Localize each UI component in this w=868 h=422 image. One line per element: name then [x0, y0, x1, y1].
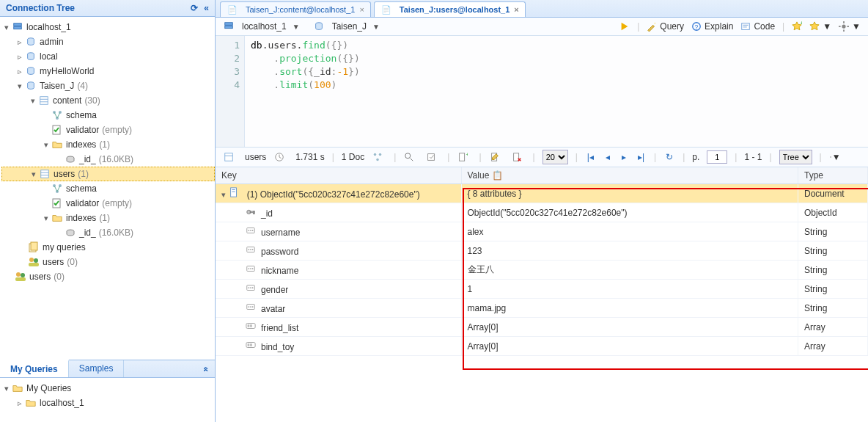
- doc-row[interactable]: ▾ (1) ObjectId("5cc020c327c41e272c82e60e…: [216, 184, 868, 203]
- delete-doc-icon[interactable]: [511, 151, 523, 163]
- col-type[interactable]: Type: [798, 167, 868, 184]
- expand-toggle-icon[interactable]: ▾: [15, 81, 25, 91]
- expand-toggle-icon[interactable]: ▾: [28, 96, 38, 106]
- tree-validator[interactable]: validator (empty): [1, 123, 215, 137]
- next-page-icon[interactable]: ▸: [619, 152, 628, 162]
- col-value[interactable]: Value 📋: [461, 167, 798, 184]
- expand-toggle-icon[interactable]: ▹: [15, 399, 25, 408]
- prev-page-icon[interactable]: ◂: [603, 152, 612, 162]
- chevron-down-icon[interactable]: ▼: [852, 21, 861, 32]
- chevron-down-icon[interactable]: ▼: [372, 23, 380, 31]
- refresh-icon[interactable]: ⟳: [191, 3, 198, 13]
- tree-validator-2[interactable]: validator (empty): [1, 196, 215, 211]
- expand-toggle-icon[interactable]: ▾: [29, 170, 39, 179]
- expand-toggle-icon[interactable]: ▹: [15, 67, 25, 76]
- svg-point-58: [830, 156, 831, 158]
- page-label: p.: [692, 152, 699, 162]
- tree-indexes[interactable]: ▾ indexes (1): [1, 137, 215, 152]
- search-icon[interactable]: [403, 151, 415, 163]
- collapse-left-icon[interactable]: «: [204, 3, 209, 13]
- index-icon: [65, 153, 76, 165]
- run-button[interactable]: [619, 21, 630, 32]
- col-key[interactable]: Key: [216, 167, 461, 184]
- editor-code[interactable]: db.users.find({}) .projection({}) .sort(…: [245, 36, 868, 147]
- refresh-icon[interactable]: ↻: [663, 152, 675, 162]
- svg-text:+: +: [466, 152, 468, 158]
- copy-icon[interactable]: 📋: [492, 170, 503, 181]
- svg-rect-26: [29, 263, 39, 266]
- fav-add-icon[interactable]: +: [792, 21, 802, 32]
- path-host[interactable]: localhost_1: [242, 21, 287, 32]
- field-row[interactable]: avatar mama.jpgString: [216, 299, 868, 318]
- chevron-down-icon[interactable]: ▼: [293, 23, 300, 31]
- tree-schema-label: schema: [66, 110, 97, 120]
- gear-icon[interactable]: ▼: [839, 21, 861, 32]
- tab-users[interactable]: 📄 Taisen_J:users@localhost_1 ×: [374, 1, 526, 17]
- gear-icon[interactable]: ▼: [829, 151, 841, 163]
- page-input[interactable]: [707, 150, 727, 164]
- explain-button[interactable]: ?Explain: [691, 21, 733, 32]
- field-row[interactable]: password 123String: [216, 241, 868, 261]
- expand-toggle-icon[interactable]: ▾: [41, 214, 51, 223]
- svg-rect-31: [225, 26, 233, 29]
- expand-toggle-icon[interactable]: ▾: [1, 384, 12, 393]
- field-row[interactable]: bind_toy Array[0]Array: [216, 337, 868, 356]
- tree-indexes-2[interactable]: ▾ indexes (1): [1, 211, 215, 225]
- add-doc-icon[interactable]: +: [457, 151, 468, 163]
- tree-db-myhello[interactable]: ▹ myHelloWorld: [1, 64, 215, 79]
- field-row[interactable]: nickname 金王八String: [216, 261, 868, 280]
- svg-rect-30: [225, 23, 233, 26]
- field-row[interactable]: _id ObjectId("5cc020c327c41e272c82e60e")…: [216, 203, 868, 222]
- path-db[interactable]: Taisen_J: [332, 21, 367, 32]
- view-select[interactable]: Tree: [779, 150, 812, 164]
- tree-validator-label: validator: [66, 198, 99, 208]
- validator-icon: [51, 197, 63, 209]
- tree-coll-users[interactable]: ▾ users (1): [1, 167, 215, 181]
- close-icon[interactable]: ×: [359, 5, 364, 14]
- pagesize-select[interactable]: 20: [542, 150, 568, 164]
- expand-toggle-icon[interactable]: ▾: [41, 140, 51, 150]
- tree-myqueries[interactable]: my queries: [1, 240, 215, 255]
- field-row[interactable]: gender 1String: [216, 280, 868, 299]
- expand-toggle-icon[interactable]: ▹: [15, 37, 25, 47]
- tree-users-group[interactable]: users (0): [1, 255, 215, 269]
- mq-child[interactable]: ▹ localhost_1: [1, 396, 215, 410]
- tree-schema[interactable]: schema: [1, 108, 215, 123]
- collapse-down-icon[interactable]: «: [202, 366, 212, 371]
- export-icon[interactable]: [425, 151, 437, 163]
- tree-schema-2[interactable]: schema: [1, 181, 215, 196]
- tab-my-queries[interactable]: My Queries: [0, 360, 69, 377]
- tree-coll-content[interactable]: ▾ content (30): [1, 93, 215, 108]
- expand-toggle-icon[interactable]: ▾: [1, 23, 12, 32]
- close-icon[interactable]: ×: [514, 5, 518, 14]
- field-row[interactable]: username alexString: [216, 222, 868, 241]
- tree-count: (1): [99, 139, 110, 150]
- field-row[interactable]: friend_list Array[0]Array: [216, 318, 868, 337]
- fav-icon[interactable]: ▼: [809, 21, 831, 32]
- tree-db-label: Taisen_J: [40, 81, 74, 91]
- svg-point-24: [29, 258, 34, 262]
- mq-root[interactable]: ▾ My Queries: [1, 381, 215, 396]
- tree-db-taisen[interactable]: ▾ Taisen_J (4): [1, 79, 215, 93]
- svg-rect-14: [41, 170, 49, 178]
- chevron-down-icon[interactable]: ▼: [823, 21, 831, 32]
- last-page-icon[interactable]: ▸|: [636, 152, 647, 162]
- code-button[interactable]: Code: [740, 21, 775, 32]
- query-button[interactable]: Query: [647, 21, 684, 32]
- edit-doc-icon[interactable]: [489, 151, 501, 163]
- tree-db-local[interactable]: ▹ local: [1, 49, 215, 64]
- svg-point-79: [250, 287, 251, 288]
- validator-icon: [51, 124, 63, 136]
- tree-host[interactable]: ▾ localhost_1: [1, 20, 215, 34]
- tree-db-admin[interactable]: ▹ admin: [1, 34, 215, 49]
- tab-content[interactable]: 📄 Taisen_J:content@localhost_1 ×: [220, 1, 371, 17]
- expand-toggle-icon[interactable]: ▹: [15, 52, 25, 62]
- tree-index-id-2[interactable]: _id_ (16.0KB): [1, 225, 215, 240]
- expand-toggle-icon[interactable]: ▾: [221, 190, 226, 199]
- first-page-icon[interactable]: |◂: [585, 152, 596, 162]
- code-editor[interactable]: 1 2 3 4 db.users.find({}) .projection({}…: [216, 36, 868, 148]
- tree-index-id[interactable]: _id_ (16.0KB): [1, 152, 215, 167]
- tree-users-group-2[interactable]: users (0): [1, 269, 215, 284]
- tab-samples[interactable]: Samples: [69, 360, 125, 377]
- schema-icon[interactable]: [372, 151, 383, 163]
